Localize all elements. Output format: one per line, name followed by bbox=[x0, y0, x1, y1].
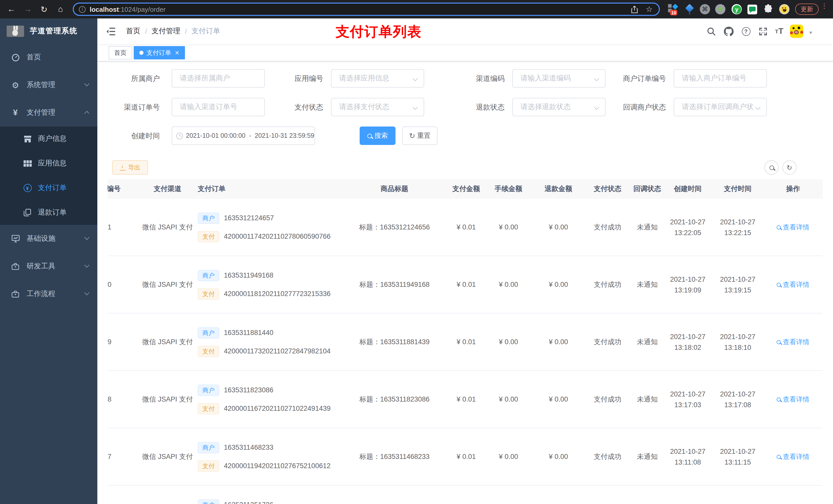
pay-status-select[interactable]: 请选择支付状态 bbox=[331, 98, 424, 116]
merchant-order-no-input[interactable]: 请输入商户订单编号 bbox=[674, 69, 767, 88]
pay-channel: 微信 JSAPI 支付 bbox=[139, 280, 196, 289]
sidebar-item-workflow[interactable]: 工作流程 bbox=[0, 280, 97, 308]
sidebar-item-label: 系统管理 bbox=[27, 80, 55, 90]
filter-label-refund-status: 退款状态 bbox=[443, 98, 505, 116]
col-header-id: 编号 bbox=[108, 184, 139, 194]
channel-order-no-input[interactable]: 请输入渠道订单号 bbox=[172, 98, 265, 116]
view-detail-link[interactable]: 查看详情 bbox=[777, 394, 809, 404]
col-header-actions: 操作 bbox=[763, 184, 823, 194]
browser-menu-icon[interactable]: ⋮ bbox=[821, 4, 828, 8]
reset-button[interactable]: ↻ 重置 bbox=[402, 126, 437, 145]
bookmark-star-icon[interactable]: ☆ bbox=[646, 5, 653, 14]
sidebar-item-pay-order[interactable]: ¥ 支付订单 bbox=[0, 176, 97, 200]
breadcrumb-payment[interactable]: 支付管理 bbox=[152, 27, 180, 36]
breadcrumb: 首页 / 支付管理 / 支付订单 bbox=[126, 19, 220, 44]
extension-puzzle-icon[interactable] bbox=[763, 4, 774, 14]
orders-table: 编号 支付渠道 支付订单 商品标题 支付金额 手续金额 退款金额 支付状态 回调… bbox=[108, 179, 823, 504]
share-icon[interactable] bbox=[631, 5, 638, 13]
gear-icon: ⚙ bbox=[11, 80, 20, 90]
pay-status: 支付成功 bbox=[584, 337, 631, 346]
extension-command-icon[interactable]: ⌘ bbox=[700, 4, 710, 14]
sidebar-item-label: 退款订单 bbox=[38, 208, 67, 217]
app-select[interactable]: 请选择应用信息 bbox=[331, 69, 424, 88]
table-row: 16 微信 JSAPI 支付 商户 1635311351726 支付 bbox=[108, 485, 823, 504]
close-tab-icon[interactable]: ✕ bbox=[175, 49, 179, 56]
sidebar-item-payment[interactable]: ¥ 支付管理 bbox=[0, 99, 97, 126]
tab-pay-order[interactable]: 支付订单 ✕ bbox=[134, 46, 185, 59]
browser-update-button[interactable]: 更新 bbox=[795, 4, 819, 15]
fee-amount: ¥ 0.00 bbox=[484, 223, 533, 231]
sidebar-item-label: 应用信息 bbox=[38, 159, 67, 168]
view-detail-link[interactable]: 查看详情 bbox=[777, 280, 809, 289]
avatar-caret-icon[interactable]: ▾ bbox=[809, 30, 812, 35]
github-icon[interactable] bbox=[721, 19, 736, 44]
channel-code-select[interactable]: 请输入渠道编码 bbox=[512, 69, 605, 88]
channel-order-no: 4200001167202110271022491439 bbox=[224, 405, 330, 412]
table-header: 编号 支付渠道 支付订单 商品标题 支付金额 手续金额 退款金额 支付状态 回调… bbox=[108, 179, 823, 199]
header-search-icon[interactable] bbox=[704, 19, 718, 44]
briefcase-icon bbox=[11, 263, 20, 270]
tab-home[interactable]: 首页 bbox=[109, 46, 132, 59]
extension-y-icon[interactable]: y bbox=[732, 4, 742, 14]
pay-order-cell: 商户 1635311823086 支付 42000011672021102710… bbox=[196, 384, 341, 414]
sidebar-fold-icon[interactable] bbox=[106, 28, 115, 35]
browser-home-button[interactable]: ⌂ bbox=[53, 0, 68, 19]
briefcase-icon bbox=[11, 290, 20, 298]
fee-amount: ¥ 0.00 bbox=[484, 281, 533, 288]
col-header-title: 商品标题 bbox=[341, 184, 448, 194]
view-detail-link[interactable]: 查看详情 bbox=[777, 337, 809, 346]
merchant-select[interactable]: 请选择所属商户 bbox=[172, 69, 265, 88]
refund-amount: ¥ 0.00 bbox=[533, 281, 584, 288]
browser-forward-button[interactable]: → bbox=[21, 0, 35, 19]
help-icon[interactable]: ? bbox=[739, 19, 753, 44]
sidebar-item-refund-order[interactable]: 退款订单 bbox=[0, 200, 97, 225]
extension-chat-icon[interactable] bbox=[747, 5, 757, 14]
pay-status: 支付成功 bbox=[584, 222, 631, 232]
extension-kite-icon[interactable] bbox=[685, 4, 695, 14]
breadcrumb-home[interactable]: 首页 bbox=[126, 27, 140, 36]
extension-green-dot-icon[interactable] bbox=[715, 4, 725, 14]
extension-emoji-icon[interactable] bbox=[779, 4, 789, 14]
col-header-create-time: 创建时间 bbox=[663, 184, 712, 194]
browser-back-button[interactable]: ← bbox=[4, 0, 19, 19]
address-bar[interactable]: i localhost:1024/pay/order ☆ bbox=[73, 3, 660, 16]
sidebar: 芋道管理系统 首页 ⚙ 系统管理 ¥ 支付管理 商户信息 bbox=[0, 19, 97, 504]
refund-status-select[interactable]: 请选择退款状态 bbox=[512, 98, 605, 116]
fullscreen-icon[interactable] bbox=[756, 19, 770, 44]
documents-icon bbox=[23, 209, 32, 217]
avatar[interactable] bbox=[790, 25, 803, 38]
font-size-icon[interactable]: TT bbox=[772, 19, 786, 44]
filter-label-create-time: 创建时间 bbox=[98, 126, 160, 145]
view-detail-link[interactable]: 查看详情 bbox=[777, 452, 809, 461]
view-detail-link[interactable]: 查看详情 bbox=[777, 222, 809, 232]
refresh-table-button[interactable]: ↻ bbox=[782, 160, 796, 175]
show-search-toggle-button[interactable] bbox=[764, 160, 779, 175]
search-button[interactable]: 搜索 bbox=[360, 126, 396, 145]
browser-reload-button[interactable]: ↻ bbox=[37, 0, 51, 19]
order-id: 20 bbox=[108, 281, 139, 288]
export-button[interactable]: 导出 bbox=[112, 160, 148, 175]
yen-circle-icon: ¥ bbox=[23, 184, 32, 192]
app-logo[interactable]: 芋道管理系统 bbox=[0, 19, 97, 44]
sidebar-item-infrastructure[interactable]: 基础设施 bbox=[0, 225, 97, 253]
sidebar-item-merchant-info[interactable]: 商户信息 bbox=[0, 126, 97, 151]
magnifier-icon bbox=[777, 283, 781, 287]
sidebar-item-home[interactable]: 首页 bbox=[0, 44, 97, 71]
create-time: 2021-10-27 13:11:08 bbox=[663, 446, 712, 467]
create-time: 2021-10-27 13:22:05 bbox=[663, 216, 712, 238]
pay-order-cell: 商户 1635311351726 支付 bbox=[196, 499, 341, 504]
merchant-order-no: 1635311351726 bbox=[224, 501, 273, 504]
notify-status-select[interactable]: 请选择订单回调商户状态 bbox=[674, 98, 767, 116]
tags-view-bar: 首页 支付订单 ✕ bbox=[97, 44, 833, 62]
site-info-icon[interactable]: i bbox=[79, 6, 86, 13]
create-time-range-picker[interactable]: 2021-10-01 00:00:00 - 2021-10-31 23:59:5… bbox=[172, 126, 315, 145]
channel-order-no: 4200001181202110277723215336 bbox=[224, 290, 330, 297]
extension-sketch-icon[interactable]: 10 bbox=[668, 4, 678, 14]
chevron-down-icon bbox=[755, 105, 761, 110]
fee-amount: ¥ 0.00 bbox=[484, 453, 533, 460]
filter-label-merchant: 所属商户 bbox=[98, 69, 160, 88]
filter-label-channel-order-no: 渠道订单号 bbox=[98, 98, 160, 116]
sidebar-item-system[interactable]: ⚙ 系统管理 bbox=[0, 71, 97, 99]
sidebar-item-dev-tools[interactable]: 研发工具 bbox=[0, 253, 97, 280]
sidebar-item-app-info[interactable]: 应用信息 bbox=[0, 151, 97, 176]
